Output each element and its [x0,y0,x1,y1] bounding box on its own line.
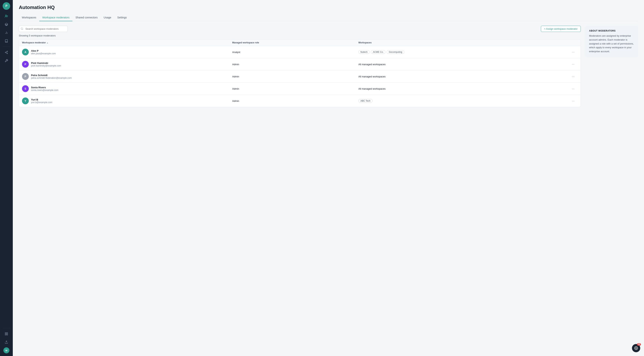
workspace-badge: Nutech [358,50,370,54]
info-panel: ABOUT MODERATORS Moderators are assigned… [585,26,638,57]
col-header-actions [568,41,578,44]
main-panel: + Assign workspace moderator Showing 5 w… [19,26,581,107]
role-cell: Admin [232,63,358,66]
table-header: Workspace moderator ▲ Managed workspace … [19,39,580,46]
sidebar-item-export[interactable] [3,339,10,346]
table-row: P Piotr Kaminski piotr.kaminsky@example.… [19,58,580,70]
tab-workspace-moderators[interactable]: Workspace moderators [39,14,72,21]
page-title: Automation HQ [19,4,638,10]
col-header-moderator[interactable]: Workspace moderator ▲ [22,41,232,44]
role-cell: Analyst [232,51,358,53]
sidebar-item-chart[interactable] [3,29,10,36]
assign-moderator-button[interactable]: + Assign workspace moderator [541,26,581,32]
workspaces-cell: Nutech ACME Co. Gocomputing [358,50,568,54]
workato-logo[interactable]: w [3,347,10,354]
svg-point-7 [7,53,8,54]
table-row: Y Yuri B yuri.b@example.com Admin ABC Te… [19,95,580,107]
workspaces-cell: All managed workspaces [358,75,568,78]
avatar-sonia: S [22,85,29,92]
row-more-button[interactable]: ··· [568,62,578,67]
all-workspaces-label: All managed workspaces [358,75,386,78]
sidebar-bottom: w [3,327,10,354]
table-row: P Petra Schmidt petra.schmidt+federation… [19,70,580,83]
sidebar-divider-2 [3,328,10,328]
user-email: piotr.kaminsky@example.com [31,64,61,67]
toolbar: + Assign workspace moderator [19,26,581,32]
sidebar-item-wrench[interactable] [3,57,10,64]
content-area: Automation HQ Workspaces Workspace moder… [13,0,644,356]
svg-rect-10 [5,333,6,334]
sidebar-item-people[interactable] [3,13,10,19]
role-cell: Admin [232,75,358,78]
user-cell-petra: P Petra Schmidt petra.schmidt+federation… [22,73,232,80]
main-content: Automation HQ Workspaces Workspace moder… [13,0,644,356]
svg-line-9 [6,52,7,52]
sidebar-item-book[interactable] [3,38,10,44]
table-row: A Alex P alex.paul@example.com Analyst N… [19,46,580,58]
showing-count: Showing 5 workspace moderators [19,34,581,37]
sidebar: P w [0,0,13,356]
user-cell-alex-p: A Alex P alex.paul@example.com [22,49,232,55]
svg-point-0 [6,15,6,16]
svg-point-5 [7,51,8,52]
user-cell-yuri: Y Yuri B yuri.b@example.com [22,98,232,104]
all-workspaces-label: All managed workspaces [358,87,386,90]
user-name: Yuri B [31,98,52,101]
avatar-yuri: Y [22,98,29,104]
svg-point-17 [21,28,23,29]
svg-line-8 [6,53,7,53]
search-input[interactable] [19,26,68,32]
user-cell-sonia: S Sonia Rivers sonia.rivers@example.com [22,85,232,92]
user-name: Sonia Rivers [31,86,58,89]
notification-badge[interactable]: 29 [632,344,640,352]
row-more-button[interactable]: ··· [568,86,578,91]
user-cell-piotr: P Piotr Kaminski piotr.kaminsky@example.… [22,61,232,68]
user-email: petra.schmidt+federation@example.com [31,77,72,79]
tab-settings[interactable]: Settings [114,14,130,21]
role-cell: Admin [232,100,358,102]
tab-workspaces[interactable]: Workspaces [19,14,39,21]
col-header-role: Managed workspace role [232,41,358,44]
svg-rect-13 [7,334,8,335]
row-more-button[interactable]: ··· [568,49,578,55]
avatar-alex-p: A [22,49,29,55]
row-more-button[interactable]: ··· [568,98,578,104]
svg-point-19 [636,348,637,349]
sort-icon: ▲ [47,42,48,44]
table-row: S Sonia Rivers sonia.rivers@example.com … [19,83,580,95]
search-box [19,26,68,32]
info-panel-text: Moderators are assigned by enterprise ac… [589,34,634,53]
sidebar-item-list[interactable] [3,331,10,337]
tabs-bar: Workspaces Workspace moderators Shared c… [19,14,638,21]
avatar-piotr: P [22,61,29,68]
avatar-petra: P [22,73,29,80]
sidebar-item-layers[interactable] [3,21,10,28]
col-header-workspaces: Workspaces [358,41,568,44]
svg-rect-11 [7,333,8,334]
tab-usage[interactable]: Usage [101,14,114,21]
svg-line-18 [22,29,23,30]
sidebar-logo[interactable]: P [3,2,10,10]
moderators-table: Workspace moderator ▲ Managed workspace … [19,39,581,107]
search-icon [21,27,23,30]
user-name: Piotr Kaminski [31,62,61,64]
user-email: yuri.b@example.com [31,101,52,104]
svg-text:w: w [5,349,8,352]
role-cell: Admin [232,87,358,90]
row-more-button[interactable]: ··· [568,74,578,79]
all-workspaces-label: All managed workspaces [358,63,386,66]
workspace-badge: ACME Co. [371,50,386,54]
svg-rect-12 [5,334,6,335]
info-panel-title: ABOUT MODERATORS [589,29,634,32]
sidebar-item-share[interactable] [3,49,10,56]
workspaces-cell: All managed workspaces [358,87,568,90]
workspaces-cell: All managed workspaces [358,63,568,66]
user-name: Petra Schmidt [31,74,72,77]
workspace-badge: Gocomputing [387,50,404,54]
user-email: alex.paul@example.com [31,52,56,55]
user-name: Alex P [31,49,56,52]
user-email: sonia.rivers@example.com [31,89,58,91]
content-layout: + Assign workspace moderator Showing 5 w… [19,26,638,107]
workspaces-cell: ABC Tech [358,99,568,103]
tab-shared-connectors[interactable]: Shared connectors [72,14,101,21]
